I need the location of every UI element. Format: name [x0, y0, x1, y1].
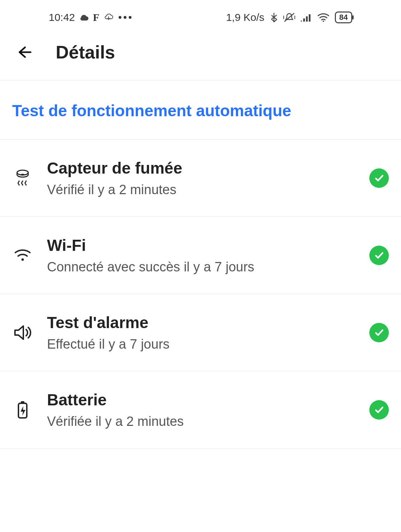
battery-icon [17, 400, 29, 419]
statusbar-right: 1,9 Ko/s 84 [226, 11, 352, 23]
row-subtitle: Vérifiée il y a 2 minutes [47, 414, 355, 429]
bluetooth-icon [270, 12, 278, 23]
auto-test-link[interactable]: Test de fonctionnement automatique [0, 80, 401, 140]
wifi-icon [14, 248, 31, 262]
vibrate-silent-icon [283, 12, 295, 23]
row-title: Wi-Fi [47, 236, 355, 255]
status-row-battery[interactable]: Batterie Vérifiée il y a 2 minutes [0, 371, 401, 448]
status-ok-badge [369, 400, 389, 420]
row-subtitle: Connecté avec succès il y a 7 jours [47, 260, 355, 275]
svg-point-9 [21, 174, 25, 175]
back-button[interactable] [14, 42, 35, 63]
row-title: Capteur de fumée [47, 159, 355, 177]
row-subtitle: Vérifié il y a 2 minutes [47, 182, 355, 197]
speaker-icon [14, 325, 32, 341]
status-ok-badge [369, 246, 389, 265]
svg-rect-6 [309, 14, 310, 22]
battery-percent-label: 84 [339, 13, 348, 22]
checkmark-icon [374, 327, 384, 338]
appbar: Détails [0, 35, 401, 80]
smoke-sensor-icon [14, 169, 31, 187]
checkmark-icon [374, 250, 384, 261]
status-data-rate: 1,9 Ko/s [226, 11, 264, 23]
svg-rect-3 [301, 21, 302, 22]
status-row-alarm-test[interactable]: Test d'alarme Effectué il y a 7 jours [0, 294, 401, 371]
status-ok-badge [369, 323, 389, 342]
arrow-left-icon [17, 45, 32, 60]
row-title: Batterie [47, 390, 355, 409]
svg-rect-5 [306, 16, 308, 22]
battery-indicator: 84 [335, 11, 352, 23]
statusbar-left: 10:42 F ••• [49, 11, 133, 23]
more-icon: ••• [118, 11, 133, 23]
status-time: 10:42 [49, 11, 75, 23]
statusbar: 10:42 F ••• 1,9 Ko/s 84 [0, 0, 401, 35]
svg-point-7 [323, 21, 324, 22]
wifi-status-icon [317, 13, 329, 22]
svg-rect-4 [303, 18, 305, 22]
svg-rect-12 [21, 401, 24, 403]
app-letter-icon: F [93, 11, 99, 23]
page-title: Détails [56, 42, 115, 63]
svg-point-10 [22, 258, 24, 261]
status-row-smoke-sensor[interactable]: Capteur de fumée Vérifié il y a 2 minute… [0, 140, 401, 217]
checkmark-icon [374, 173, 384, 183]
svg-line-0 [284, 13, 294, 22]
row-title: Test d'alarme [47, 313, 355, 332]
checkmark-icon [374, 405, 384, 415]
status-ok-badge [369, 168, 389, 188]
cloud-icon [79, 14, 89, 21]
cloud-sync-icon [103, 13, 114, 22]
cellular-signal-icon [301, 13, 312, 22]
row-subtitle: Effectué il y a 7 jours [47, 337, 355, 352]
status-row-wifi[interactable]: Wi-Fi Connecté avec succès il y a 7 jour… [0, 217, 401, 294]
